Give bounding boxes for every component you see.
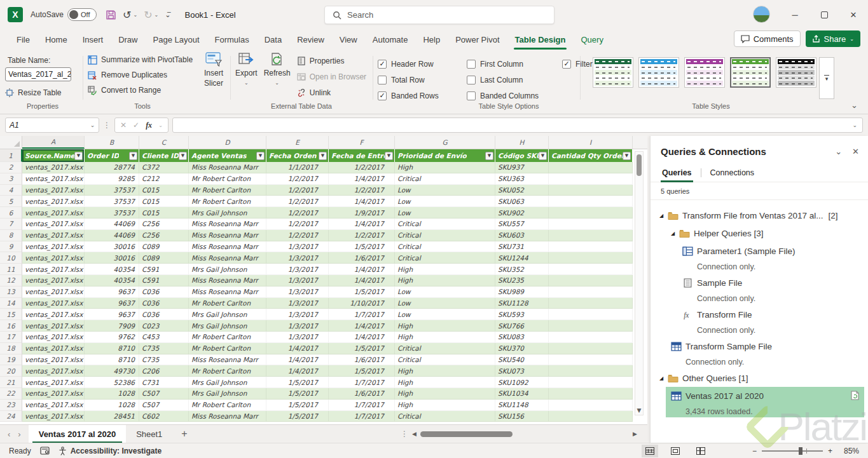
vertical-scrollbar-thumb[interactable] (637, 154, 642, 176)
cell-D7[interactable]: Miss Roseanna Marr (189, 219, 266, 230)
cell-I9[interactable] (549, 241, 633, 253)
zoom-in-icon[interactable]: + (828, 447, 832, 455)
vertical-scrollbar[interactable]: ▼ (635, 151, 644, 415)
panel-tab-connections[interactable]: Connections (709, 163, 756, 182)
resize-table-button[interactable]: Resize Table (5, 85, 80, 100)
cell-G7[interactable]: Critical (395, 219, 495, 230)
undo-dropdown-icon[interactable]: ⌄ (133, 12, 137, 18)
cell-D2[interactable]: Miss Roseanna Marr (189, 162, 266, 173)
ribbon-tab-formulas[interactable]: Formulas (207, 29, 257, 50)
ribbon-tab-insert[interactable]: Insert (75, 29, 111, 50)
ribbon-tab-query[interactable]: Query (573, 29, 610, 50)
cell-H20[interactable]: SKU073 (495, 365, 549, 377)
cell-E10[interactable]: 1/3/2017 (266, 252, 329, 264)
cell-H22[interactable]: SKU1034 (495, 388, 549, 400)
filter-dropdown-icon[interactable]: ▼ (485, 152, 493, 160)
cell-G11[interactable]: High (395, 264, 495, 275)
row-number[interactable]: 1 (0, 149, 22, 162)
filter-dropdown-icon[interactable]: ▼ (623, 152, 631, 160)
ribbon-tab-home[interactable]: Home (38, 29, 75, 50)
cell-F21[interactable]: 1/7/2017 (329, 377, 395, 388)
cell-C13[interactable]: C036 (139, 286, 189, 298)
cell-C4[interactable]: C015 (139, 185, 189, 196)
cell-E17[interactable]: 1/3/2017 (266, 332, 329, 343)
query-item-row[interactable]: ◢Helper Queries [3] (651, 224, 868, 242)
name-box[interactable]: A1 ⌄ (5, 118, 99, 133)
cell-C7[interactable]: C256 (139, 219, 189, 230)
prev-sheet-icon[interactable]: ‹ (0, 429, 18, 439)
cell-I8[interactable] (549, 230, 633, 241)
unlink-button[interactable]: Unlink (297, 85, 366, 100)
row-number[interactable]: 9 (0, 241, 22, 253)
cell-G15[interactable]: Low (395, 309, 495, 320)
sheetbar-kebab-icon[interactable]: ⋮ (401, 429, 408, 438)
cell-I6[interactable] (549, 207, 633, 219)
panel-close-icon[interactable]: ✕ (852, 147, 859, 156)
cell-B22[interactable]: 1028 (85, 388, 139, 400)
zoom-out-icon[interactable]: − (752, 447, 757, 455)
cell-D9[interactable]: Miss Roseanna Marr (189, 241, 266, 253)
row-number[interactable]: 22 (0, 388, 22, 400)
cell-E9[interactable]: 1/3/2017 (266, 241, 329, 253)
cell-D24[interactable]: Miss Roseanna Marr (189, 411, 266, 422)
table-header-cell-cantidad-qty-orden[interactable]: Cantidad Qty Orden▼ (549, 149, 633, 162)
table-style-swatch-mono[interactable] (776, 57, 816, 88)
autosave-control[interactable]: AutoSave Off (31, 8, 97, 21)
cell-A4[interactable]: ventas_2017.xlsx (22, 185, 85, 196)
cell-E16[interactable]: 1/3/2017 (266, 320, 329, 332)
cell-G5[interactable]: Low (395, 196, 495, 207)
cell-F8[interactable]: 1/2/2017 (329, 230, 395, 241)
ribbon-tab-draw[interactable]: Draw (111, 29, 145, 50)
cell-H14[interactable]: SKU1128 (495, 298, 549, 309)
cell-E18[interactable]: 1/4/2017 (266, 343, 329, 354)
cell-E21[interactable]: 1/5/2017 (266, 377, 329, 388)
table-header-cell-source-name[interactable]: Source.Name▼ (22, 149, 85, 162)
cell-E23[interactable]: 1/5/2017 (266, 400, 329, 411)
cell-H11[interactable]: SKU352 (495, 264, 549, 275)
filter-dropdown-icon[interactable]: ▼ (256, 152, 265, 160)
table-header-cell-order-id[interactable]: Order ID▼ (85, 149, 139, 162)
ribbon-tab-view[interactable]: View (332, 29, 365, 50)
cell-E12[interactable]: 1/3/2017 (266, 275, 329, 286)
column-header-A[interactable]: A (22, 136, 85, 149)
ribbon-tab-power-pivot[interactable]: Power Pivot (448, 29, 507, 50)
cell-B7[interactable]: 44069 (85, 219, 139, 230)
cell-F10[interactable]: 1/6/2017 (329, 252, 395, 264)
cell-G9[interactable]: Critical (395, 241, 495, 253)
cell-I13[interactable] (549, 286, 633, 298)
row-number[interactable]: 13 (0, 286, 22, 298)
cell-D6[interactable]: Mrs Gail Johnson (189, 207, 266, 219)
cell-I17[interactable] (549, 332, 633, 343)
filter-dropdown-icon[interactable]: ▼ (385, 152, 393, 160)
cell-I10[interactable] (549, 252, 633, 264)
cell-E3[interactable]: 1/2/2017 (266, 173, 329, 185)
column-header-D[interactable]: D (189, 136, 266, 149)
cell-B16[interactable]: 7909 (85, 320, 139, 332)
cell-B11[interactable]: 40354 (85, 264, 139, 275)
cell-I2[interactable] (549, 162, 633, 173)
cell-I4[interactable] (549, 185, 633, 196)
cell-B3[interactable]: 9285 (85, 173, 139, 185)
cell-F22[interactable]: 1/6/2017 (329, 388, 395, 400)
cell-H10[interactable]: SKU1244 (495, 252, 549, 264)
zoom-slider[interactable] (762, 450, 823, 452)
cell-F15[interactable]: 1/7/2017 (329, 309, 395, 320)
cell-E4[interactable]: 1/2/2017 (266, 185, 329, 196)
cell-C8[interactable]: C256 (139, 230, 189, 241)
save-icon[interactable] (106, 10, 116, 20)
cell-E24[interactable]: 1/5/2017 (266, 411, 329, 422)
ribbon-tab-table-design[interactable]: Table Design (507, 29, 574, 50)
cell-B20[interactable]: 49730 (85, 365, 139, 377)
cell-F5[interactable]: 1/4/2017 (329, 196, 395, 207)
style-option-total-row[interactable]: Total Row (378, 72, 467, 88)
restore-button[interactable] (809, 0, 839, 29)
column-header-I[interactable]: I (549, 136, 633, 149)
cell-G14[interactable]: Low (395, 298, 495, 309)
cell-A5[interactable]: ventas_2017.xlsx (22, 196, 85, 207)
row-number[interactable]: 20 (0, 365, 22, 377)
cell-G6[interactable]: Low (395, 207, 495, 219)
cell-C3[interactable]: C212 (139, 173, 189, 185)
query-item-row[interactable]: Sample File (651, 274, 868, 292)
column-header-F[interactable]: F (329, 136, 395, 149)
table-header-cell-prioridad-de-env-o[interactable]: Prioridad de Envío▼ (395, 149, 495, 162)
